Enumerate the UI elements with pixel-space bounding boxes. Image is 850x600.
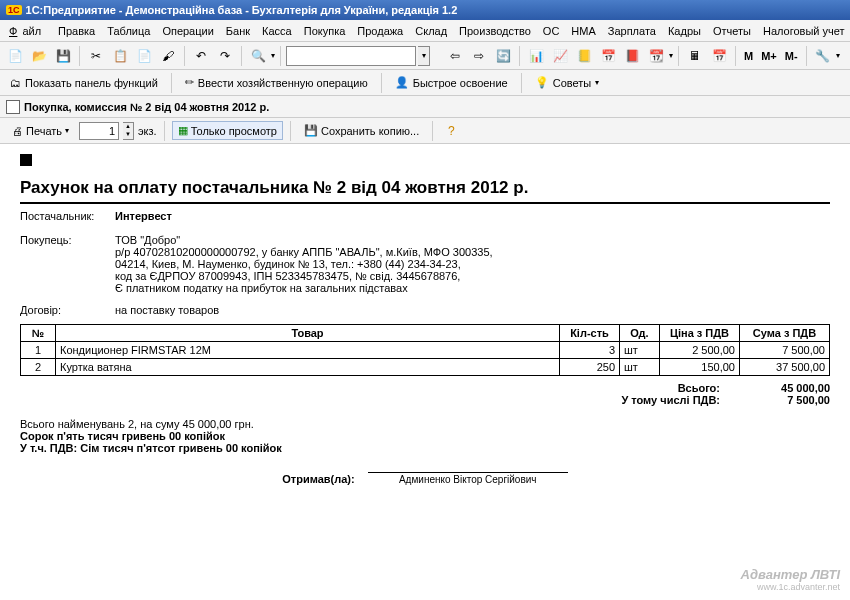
buyer-details-4: Є платником податку на прибуток на загал… (115, 282, 830, 294)
undo-icon[interactable]: ↶ (190, 45, 212, 67)
forward-icon[interactable]: ⇨ (468, 45, 490, 67)
tips-label: Советы (553, 77, 591, 89)
menu-tax[interactable]: Налоговый учет (758, 23, 850, 39)
calc-icon[interactable]: 🖩 (684, 45, 706, 67)
search-dropdown-icon[interactable]: ▾ (418, 46, 430, 66)
paste-icon[interactable]: 📄 (133, 45, 155, 67)
menu-bank[interactable]: Банк (221, 23, 255, 39)
menu-operations[interactable]: Операции (157, 23, 218, 39)
menu-table[interactable]: Таблица (102, 23, 155, 39)
copies-suffix: экз. (138, 125, 157, 137)
table-row: 2 Куртка ватяна 250 шт 150,00 37 500,00 (21, 359, 830, 376)
menu-os[interactable]: ОС (538, 23, 565, 39)
document-tab: Покупка, комиссия № 2 від 04 жовтня 2012… (0, 96, 850, 118)
contract-value: на поставку товаров (115, 304, 830, 316)
cut-icon[interactable]: ✂ (85, 45, 107, 67)
financial-icon[interactable]: 📈 (549, 45, 571, 67)
action-toolbar: 🗂 Показать панель функций ✏ Ввести хозяй… (0, 70, 850, 96)
window-title: 1С:Предприятие - Демонстраційна база - Б… (26, 4, 458, 16)
menu-hr[interactable]: Кадры (663, 23, 706, 39)
menu-purchase[interactable]: Покупка (299, 23, 351, 39)
save-icon[interactable]: 💾 (52, 45, 74, 67)
document-icon (6, 100, 20, 114)
main-menubar: Файл Правка Таблица Операции Банк Касса … (0, 20, 850, 42)
menu-reports[interactable]: Отчеты (708, 23, 756, 39)
col-unit: Од. (620, 325, 660, 342)
journal-icon[interactable]: 📒 (573, 45, 595, 67)
document-toolbar: 🖨 Печать ▾ ▲▼ экз. ▦ Только просмотр 💾 С… (0, 118, 850, 144)
watermark: Адвантер ЛВТІ www.1c.advanter.net (741, 567, 840, 592)
menu-file[interactable]: Файл (4, 23, 51, 39)
open-icon[interactable]: 📂 (28, 45, 50, 67)
buyer-details-3: код за ЄДРПОУ 87009943, ІПН 523345783475… (115, 270, 830, 282)
table-row: 1 Кондиционер FIRMSTAR 12M 3 шт 2 500,00… (21, 342, 830, 359)
view-only-button[interactable]: ▦ Только просмотр (172, 121, 283, 140)
bulb-icon: 💡 (535, 76, 549, 89)
col-num: № (21, 325, 56, 342)
quick-label: Быстрое освоение (413, 77, 508, 89)
refresh-icon[interactable]: 🔄 (492, 45, 514, 67)
panel-icon: 🗂 (10, 77, 21, 89)
date-icon[interactable]: 📅 (708, 45, 730, 67)
buyer-details-1: р/р 40702810200000000792, у банку АППБ "… (115, 246, 830, 258)
disk-icon: 💾 (304, 124, 318, 137)
brush-icon[interactable]: 🖌 (157, 45, 179, 67)
quick-button[interactable]: 👤 Быстрое освоение (389, 74, 514, 91)
copies-spinner[interactable]: ▲▼ (123, 122, 134, 140)
new-icon[interactable]: 📄 (4, 45, 26, 67)
enter-op-button[interactable]: ✏ Ввести хозяйственную операцию (179, 74, 374, 91)
totals-block: Всього: 45 000,00 У тому числі ПДВ: 7 50… (20, 382, 830, 406)
wrench-icon[interactable]: 🔧 (812, 45, 834, 67)
supplier-value: Интервест (115, 210, 830, 222)
vat-label: У тому числі ПДВ: (540, 394, 720, 406)
vat-words: У т.ч. ПДВ: Сім тисяч п'ятсот гривень 00… (20, 442, 830, 454)
col-product: Товар (56, 325, 560, 342)
col-sum: Сума з ПДВ (740, 325, 830, 342)
app-logo-icon: 1C (6, 5, 22, 15)
supplier-label: Постачальник: (20, 210, 115, 222)
col-qty: Кіл-сть (560, 325, 620, 342)
help-icon[interactable]: ? (440, 120, 462, 142)
m-button[interactable]: M (741, 50, 756, 62)
save-copy-button[interactable]: 💾 Сохранить копию... (298, 121, 425, 140)
document-area: Рахунок на оплату постачальника № 2 від … (0, 144, 850, 600)
menu-sale[interactable]: Продажа (352, 23, 408, 39)
vat-value: 7 500,00 (750, 394, 830, 406)
book-icon[interactable]: 📕 (621, 45, 643, 67)
menu-warehouse[interactable]: Склад (410, 23, 452, 39)
print-button[interactable]: 🖨 Печать ▾ (6, 122, 75, 140)
print-label: Печать (26, 125, 62, 137)
menu-salary[interactable]: Зарплата (603, 23, 661, 39)
save-copy-label: Сохранить копию... (321, 125, 419, 137)
copies-input[interactable] (79, 122, 119, 140)
icon-toolbar: 📄 📂 💾 ✂ 📋 📄 🖌 ↶ ↷ 🔍 ▾ ▾ ⇦ ⇨ 🔄 📊 📈 📒 📅 📕 … (0, 42, 850, 70)
buyer-label: Покупець: (20, 234, 115, 294)
page-marker-icon (20, 154, 32, 166)
buyer-value: ТОВ "Добро" (115, 234, 830, 246)
col-price: Ціна з ПДВ (660, 325, 740, 342)
redo-icon[interactable]: ↷ (214, 45, 236, 67)
mplus-button[interactable]: M+ (758, 50, 780, 62)
search-input[interactable] (286, 46, 416, 66)
window-titlebar: 1C 1С:Предприятие - Демонстраційна база … (0, 0, 850, 20)
show-panel-button[interactable]: 🗂 Показать панель функций (4, 75, 164, 91)
menu-edit[interactable]: Правка (53, 23, 100, 39)
back-icon[interactable]: ⇦ (444, 45, 466, 67)
calendar-icon[interactable]: 📆 (645, 45, 667, 67)
invoice-title: Рахунок на оплату постачальника № 2 від … (20, 178, 830, 204)
person-icon: 👤 (395, 76, 409, 89)
zoom-icon[interactable]: 🔍 (247, 45, 269, 67)
mminus-button[interactable]: M- (782, 50, 801, 62)
menu-production[interactable]: Производство (454, 23, 536, 39)
signatory-name: Админенко Віктор Сергійович (399, 474, 537, 485)
copy-icon[interactable]: 📋 (109, 45, 131, 67)
menu-nma[interactable]: НМА (566, 23, 600, 39)
chart-icon[interactable]: 📊 (525, 45, 547, 67)
plan-icon[interactable]: 📅 (597, 45, 619, 67)
amount-words: Сорок п'ять тисяч гривень 00 копійок (20, 430, 830, 442)
signature-block: Отримав(ла): Админенко Віктор Сергійович (20, 472, 830, 485)
grid-icon: ▦ (178, 124, 188, 137)
tips-button[interactable]: 💡 Советы ▾ (529, 74, 605, 91)
received-label: Отримав(ла): (282, 473, 354, 485)
menu-cash[interactable]: Касса (257, 23, 297, 39)
